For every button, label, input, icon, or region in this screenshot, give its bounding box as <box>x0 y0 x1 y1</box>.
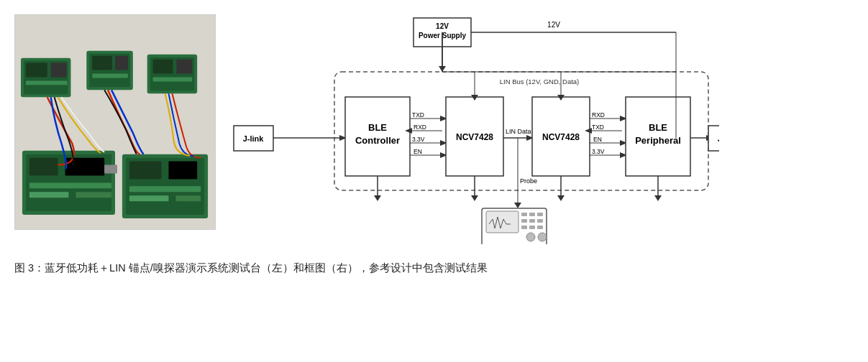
svg-rect-5 <box>29 182 111 188</box>
svg-rect-12 <box>168 162 197 180</box>
svg-rect-14 <box>129 195 169 201</box>
svg-text:NCV7428: NCV7428 <box>456 132 493 142</box>
svg-rect-113 <box>529 226 535 229</box>
svg-text:NCV7428: NCV7428 <box>542 132 580 142</box>
svg-rect-29 <box>176 60 192 74</box>
svg-rect-15 <box>175 195 201 201</box>
svg-rect-3 <box>29 158 58 176</box>
svg-text:3.3V: 3.3V <box>592 148 605 155</box>
main-content: 12V Power Supply 12V LIN Bus (12V, GND, … <box>14 14 854 247</box>
svg-rect-8 <box>104 165 117 174</box>
diagram-svg: 12V Power Supply 12V LIN Bus (12V, GND, … <box>230 14 719 244</box>
svg-text:BLE: BLE <box>368 122 387 133</box>
svg-text:J-link: J-link <box>243 134 265 143</box>
svg-text:J-link: J-link <box>718 134 719 143</box>
svg-marker-63 <box>374 195 381 201</box>
caption: 图 3：蓝牙低功耗＋LIN 锚点/嗅探器演示系统测试台（左）和框图（右），参考设… <box>14 260 854 277</box>
svg-marker-94 <box>557 195 565 201</box>
svg-text:3.3V: 3.3V <box>412 136 425 143</box>
svg-text:LIN Data: LIN Data <box>506 128 531 135</box>
svg-rect-112 <box>521 226 527 229</box>
svg-rect-110 <box>529 219 535 223</box>
svg-rect-18 <box>26 63 47 78</box>
svg-rect-107 <box>529 213 535 216</box>
svg-text:EN: EN <box>593 136 602 143</box>
svg-marker-96 <box>654 195 662 201</box>
svg-text:Probe: Probe <box>520 177 537 185</box>
svg-rect-19 <box>51 63 67 78</box>
hardware-photo <box>14 14 216 230</box>
svg-text:12V: 12V <box>436 22 449 30</box>
svg-rect-7 <box>76 192 111 198</box>
svg-text:Peripheral: Peripheral <box>635 135 681 146</box>
svg-text:12V: 12V <box>547 21 560 29</box>
svg-text:RXD: RXD <box>592 111 605 119</box>
photo-section <box>14 14 216 230</box>
svg-text:BLE: BLE <box>649 122 667 133</box>
svg-point-116 <box>538 233 547 241</box>
svg-marker-65 <box>471 195 478 201</box>
svg-rect-24 <box>115 56 128 70</box>
svg-rect-111 <box>537 219 543 223</box>
diagram-section: 12V Power Supply 12V LIN Bus (12V, GND, … <box>230 14 854 247</box>
svg-rect-106 <box>521 213 527 216</box>
svg-rect-30 <box>153 77 193 81</box>
svg-rect-20 <box>26 80 68 85</box>
svg-text:EN: EN <box>414 148 422 155</box>
svg-rect-6 <box>29 192 69 198</box>
svg-rect-109 <box>521 219 527 223</box>
svg-text:Controller: Controller <box>355 135 400 146</box>
svg-text:LIN Bus (12V, GND, Data): LIN Bus (12V, GND, Data) <box>500 78 580 85</box>
svg-marker-71 <box>514 203 521 208</box>
svg-point-115 <box>526 233 535 241</box>
photo-svg <box>15 14 215 230</box>
svg-rect-108 <box>537 213 543 216</box>
caption-text: 图 3：蓝牙低功耗＋LIN 锚点/嗅探器演示系统测试台（左）和框图（右），参考设… <box>14 262 488 274</box>
svg-text:TXD: TXD <box>412 111 424 119</box>
svg-rect-114 <box>537 226 543 229</box>
svg-rect-13 <box>129 186 201 192</box>
svg-rect-11 <box>129 162 162 180</box>
svg-text:RXD: RXD <box>414 124 426 131</box>
svg-text:TXD: TXD <box>592 124 604 131</box>
svg-rect-28 <box>153 60 173 74</box>
svg-rect-23 <box>92 56 112 70</box>
svg-rect-25 <box>92 73 128 78</box>
